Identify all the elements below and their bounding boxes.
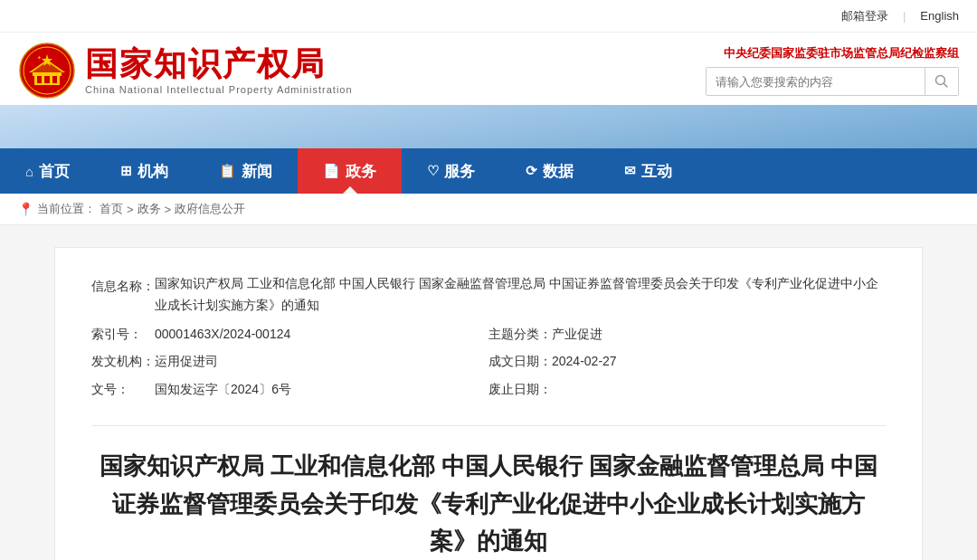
svg-rect-3 bbox=[33, 72, 62, 76]
info-date: 成文日期： 2024-02-27 bbox=[488, 347, 886, 375]
date-label: 成文日期： bbox=[488, 347, 552, 375]
breadcrumb: 📍 当前位置： 首页 > 政务 > 政府信息公开 bbox=[0, 194, 977, 225]
data-icon: ⟳ bbox=[526, 163, 537, 179]
content-card: 信息名称： 国家知识产权局 工业和信息化部 中国人民银行 国家金融监督管理总局 … bbox=[54, 247, 923, 560]
nav-item-data[interactable]: ⟳ 数据 bbox=[500, 148, 599, 194]
nav-label-home: 首页 bbox=[39, 161, 70, 182]
info-issuer: 发文机构： 运用促进司 bbox=[91, 347, 488, 375]
info-docnum: 文号： 国知发运字〔2024〕6号 bbox=[91, 375, 488, 403]
nav-item-org[interactable]: ⊞ 机构 bbox=[95, 148, 194, 194]
logo-english: China National Intellectual Property Adm… bbox=[85, 84, 353, 95]
service-icon: ♡ bbox=[427, 163, 439, 179]
svg-rect-4 bbox=[37, 76, 42, 83]
nav-label-service: 服务 bbox=[444, 161, 475, 182]
topic-label: 主题分类： bbox=[488, 320, 552, 348]
svg-line-12 bbox=[944, 84, 948, 88]
breadcrumb-prefix: 当前位置： bbox=[37, 201, 96, 217]
topic-value: 产业促进 bbox=[552, 320, 602, 348]
docnum-value: 国知发运字〔2024〕6号 bbox=[155, 375, 291, 403]
top-bar: 邮箱登录 | English bbox=[0, 0, 977, 33]
issuer-value: 运用促进司 bbox=[155, 347, 218, 375]
index-value: 00001463X/2024-00124 bbox=[155, 320, 290, 348]
main-nav: ⌂ 首页 ⊞ 机构 📋 新闻 📄 政务 ♡ 服务 ⟳ 数据 ✉ 互动 bbox=[0, 148, 977, 194]
expire-label: 废止日期： bbox=[488, 375, 552, 403]
affairs-icon: 📄 bbox=[323, 163, 340, 179]
meta-title-label: 信息名称： bbox=[91, 273, 155, 299]
nav-item-affairs[interactable]: 📄 政务 bbox=[298, 148, 402, 194]
interact-icon: ✉ bbox=[624, 163, 636, 179]
nav-item-news[interactable]: 📋 新闻 bbox=[194, 148, 298, 194]
nav-item-service[interactable]: ♡ 服务 bbox=[402, 148, 500, 194]
header-right: 中央纪委国家监委驻市场监管总局纪检监察组 bbox=[706, 42, 959, 96]
info-meta-table: 信息名称： 国家知识产权局 工业和信息化部 中国人民银行 国家金融监督管理总局 … bbox=[91, 273, 886, 403]
divider: | bbox=[903, 9, 906, 23]
date-value: 2024-02-27 bbox=[552, 347, 617, 375]
news-icon: 📋 bbox=[219, 163, 236, 179]
header: 国家知识产权局 China National Intellectual Prop… bbox=[0, 33, 977, 148]
info-index: 索引号： 00001463X/2024-00124 bbox=[91, 320, 488, 348]
nav-item-interact[interactable]: ✉ 互动 bbox=[599, 148, 697, 194]
main-content: 信息名称： 国家知识产权局 工业和信息化部 中国人民银行 国家金融监督管理总局 … bbox=[0, 225, 977, 560]
meta-title-value: 国家知识产权局 工业和信息化部 中国人民银行 国家金融监督管理总局 中国证券监督… bbox=[155, 273, 886, 317]
index-label: 索引号： bbox=[91, 320, 155, 348]
nav-label-org: 机构 bbox=[138, 161, 168, 182]
logo-text: 国家知识产权局 China National Intellectual Prop… bbox=[85, 46, 353, 95]
org-icon: ⊞ bbox=[120, 163, 132, 179]
english-link[interactable]: English bbox=[920, 9, 959, 23]
breadcrumb-sep1: > bbox=[127, 203, 134, 216]
breadcrumb-sep2: > bbox=[165, 203, 172, 216]
national-emblem-icon bbox=[18, 42, 76, 100]
search-icon bbox=[934, 74, 949, 89]
search-box bbox=[706, 67, 959, 96]
notice-link[interactable]: 中央纪委国家监委驻市场监管总局纪检监察组 bbox=[724, 45, 959, 62]
search-input[interactable] bbox=[707, 68, 925, 95]
nav-label-news: 新闻 bbox=[242, 161, 272, 182]
home-icon: ⌂ bbox=[25, 164, 33, 179]
info-grid: 索引号： 00001463X/2024-00124 主题分类： 产业促进 发文机… bbox=[91, 320, 886, 403]
svg-rect-5 bbox=[44, 76, 50, 83]
info-expire: 废止日期： bbox=[488, 375, 886, 403]
nav-label-data: 数据 bbox=[543, 161, 574, 182]
nav-label-interact: 互动 bbox=[641, 161, 672, 182]
nav-label-affairs: 政务 bbox=[346, 161, 376, 182]
search-button[interactable] bbox=[925, 68, 958, 95]
info-topic: 主题分类： 产业促进 bbox=[488, 320, 886, 348]
login-link[interactable]: 邮箱登录 bbox=[841, 8, 888, 24]
docnum-label: 文号： bbox=[91, 375, 155, 403]
breadcrumb-affairs[interactable]: 政务 bbox=[138, 201, 161, 217]
svg-rect-6 bbox=[52, 76, 57, 83]
issuer-label: 发文机构： bbox=[91, 347, 155, 375]
location-icon: 📍 bbox=[18, 202, 33, 216]
header-background bbox=[0, 105, 977, 148]
breadcrumb-home[interactable]: 首页 bbox=[100, 201, 123, 217]
article-title: 国家知识产权局 工业和信息化部 中国人民银行 国家金融监督管理总局 中国证券监督… bbox=[91, 448, 886, 560]
nav-item-home[interactable]: ⌂ 首页 bbox=[0, 148, 95, 194]
logo-chinese: 国家知识产权局 bbox=[85, 46, 353, 82]
breadcrumb-current: 政府信息公开 bbox=[175, 201, 245, 217]
logo-area: 国家知识产权局 China National Intellectual Prop… bbox=[18, 42, 353, 100]
section-divider bbox=[91, 425, 886, 426]
